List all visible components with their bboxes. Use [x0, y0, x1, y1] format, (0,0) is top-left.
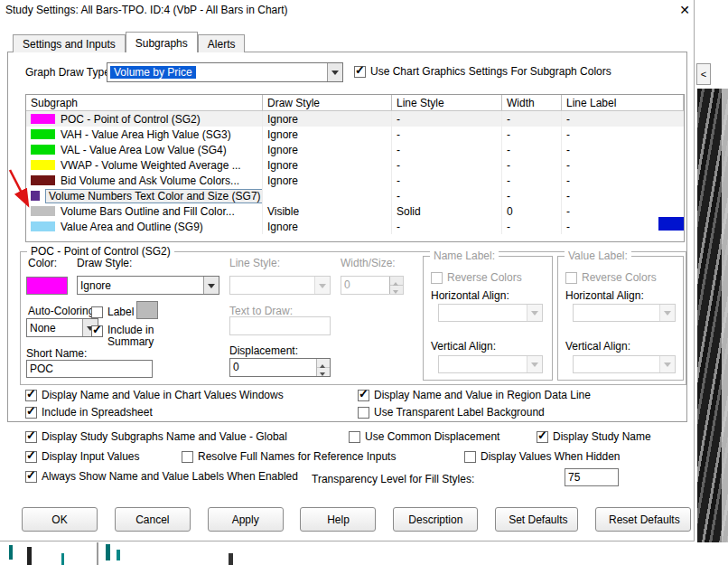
- tab-alerts[interactable]: Alerts: [198, 34, 246, 52]
- color-swatch-button[interactable]: [26, 277, 68, 295]
- spin-up-icon[interactable]: [317, 359, 330, 368]
- cancel-button[interactable]: Cancel: [115, 507, 191, 532]
- checkbox-label: Always Show Name and Value Labels When E…: [42, 470, 298, 484]
- col-width[interactable]: Width: [502, 95, 562, 110]
- table-row[interactable]: Value Area and Outline (SG9) Ignore - - …: [26, 219, 684, 234]
- transparency-level-input[interactable]: [565, 468, 619, 486]
- checkbox-label: Display Input Values: [42, 450, 140, 464]
- checkbox-box[interactable]: [537, 431, 548, 443]
- tab-subgraphs[interactable]: Subgraphs: [126, 32, 198, 52]
- reset-defaults-button[interactable]: Reset Defaults: [595, 507, 691, 532]
- value-horizontal-align-select[interactable]: [573, 304, 676, 322]
- checkbox-box[interactable]: [358, 407, 369, 419]
- row-color-swatch[interactable]: [31, 221, 55, 231]
- checkbox-label: Label: [107, 306, 134, 319]
- close-icon[interactable]: ✕: [676, 1, 694, 19]
- help-button[interactable]: Help: [300, 507, 376, 532]
- col-subgraph[interactable]: Subgraph: [26, 95, 263, 110]
- text-to-draw-input[interactable]: [229, 316, 331, 335]
- chevron-down-icon: [659, 356, 675, 372]
- table-row[interactable]: VAL - Value Area Low Value (SG4) Ignore …: [26, 142, 684, 157]
- spin-down-icon[interactable]: [317, 368, 330, 376]
- name-reverse-colors-checkbox[interactable]: Reverse Colors: [431, 271, 522, 285]
- table-row[interactable]: POC - Point of Control (SG2) Ignore - - …: [26, 111, 684, 127]
- display-study-name-checkbox[interactable]: Display Study Name: [537, 430, 651, 444]
- set-defaults-button[interactable]: Set Defaults: [495, 507, 578, 532]
- checkbox-box[interactable]: [25, 451, 37, 463]
- checkbox-box[interactable]: [25, 471, 37, 483]
- line-style-select[interactable]: [229, 276, 331, 295]
- row-color-swatch[interactable]: [31, 114, 55, 124]
- panel-collapse-button[interactable]: <: [696, 63, 711, 85]
- checkbox-label: Use Common Displacement: [365, 430, 499, 444]
- row-draw-style: Ignore: [263, 219, 392, 234]
- auto-coloring-value: None: [27, 319, 82, 336]
- display-chart-values-checkbox[interactable]: Display Name and Value in Chart Values W…: [25, 389, 284, 402]
- use-common-displacement-checkbox[interactable]: Use Common Displacement: [349, 430, 499, 444]
- value-vertical-align-select[interactable]: [573, 355, 676, 373]
- display-subgraphs-global-checkbox[interactable]: Display Study Subgraphs Name and Value -…: [25, 430, 287, 444]
- col-line-label[interactable]: Line Label: [562, 95, 684, 110]
- value-reverse-colors-checkbox[interactable]: Reverse Colors: [565, 271, 657, 285]
- table-row-selected[interactable]: Volume Numbers Text Color and Size (SG7)…: [26, 188, 684, 203]
- checkbox-box[interactable]: [464, 451, 476, 463]
- graph-draw-type-select[interactable]: Volume by Price: [107, 62, 343, 82]
- row-draw-style: Visible: [263, 203, 392, 219]
- include-in-spreadsheet-checkbox[interactable]: Include in Spreadsheet: [25, 406, 153, 419]
- description-button[interactable]: Description: [393, 507, 478, 532]
- ok-button[interactable]: OK: [22, 507, 98, 532]
- use-chart-graphics-checkbox[interactable]: Use Chart Graphics Settings For Subgraph…: [354, 65, 611, 79]
- spin-up-icon: [390, 277, 403, 286]
- checkbox-box[interactable]: [25, 390, 37, 401]
- apply-button[interactable]: Apply: [208, 507, 284, 532]
- table-row[interactable]: VWAP - Volume Weighted Average ... Ignor…: [26, 157, 684, 173]
- display-input-values-checkbox[interactable]: Display Input Values: [25, 450, 140, 464]
- row-name: Bid Volume and Ask Volume Colors...: [61, 174, 239, 187]
- subgraph-table[interactable]: Subgraph Draw Style Line Style Width Lin…: [25, 94, 685, 242]
- draw-style-select[interactable]: Ignore: [77, 276, 219, 295]
- col-line-style[interactable]: Line Style: [392, 95, 502, 110]
- width-size-value: 0: [341, 277, 389, 294]
- use-transparent-label-background-checkbox[interactable]: Use Transparent Label Background: [358, 406, 545, 419]
- graph-draw-type-label: Graph Draw Type:: [25, 66, 113, 79]
- checkbox-box[interactable]: [25, 407, 37, 419]
- row-width: -: [502, 157, 562, 173]
- row-color-swatch-secondary[interactable]: [658, 217, 685, 231]
- chevron-down-icon[interactable]: [327, 63, 342, 81]
- table-row[interactable]: Volume Bars Outline and Fill Color... Vi…: [26, 203, 684, 219]
- table-row[interactable]: Bid Volume and Ask Volume Colors... Igno…: [26, 173, 684, 188]
- row-color-swatch[interactable]: [31, 145, 55, 155]
- spin-down-icon: [390, 286, 403, 294]
- chevron-down-icon: [314, 277, 330, 294]
- checkbox-box[interactable]: [91, 306, 103, 318]
- row-line-style: -: [392, 188, 502, 203]
- short-name-input[interactable]: [26, 360, 153, 378]
- checkbox-box[interactable]: [358, 390, 369, 401]
- checkbox-box[interactable]: [354, 66, 366, 78]
- label-checkbox[interactable]: Label: [91, 306, 134, 319]
- always-show-labels-checkbox[interactable]: Always Show Name and Value Labels When E…: [25, 470, 298, 484]
- name-horizontal-align-select[interactable]: [438, 304, 543, 322]
- display-values-when-hidden-checkbox[interactable]: Display Values When Hidden: [464, 450, 621, 464]
- checkbox-box[interactable]: [25, 431, 37, 443]
- name-vertical-align-select[interactable]: [438, 355, 543, 373]
- table-row[interactable]: VAH - Value Area High Value (SG3) Ignore…: [26, 127, 684, 142]
- row-color-swatch[interactable]: [31, 129, 55, 139]
- checkbox-box[interactable]: [349, 431, 360, 443]
- checkbox-box[interactable]: [182, 451, 193, 463]
- name-label-group-title: Name Label:: [430, 250, 499, 262]
- displacement-stepper[interactable]: 0: [229, 358, 331, 377]
- chevron-down-icon[interactable]: [203, 277, 219, 294]
- include-in-summary-checkbox[interactable]: Include in Summary: [91, 325, 165, 348]
- row-name: Volume Numbers Text Color and Size (SG7): [45, 189, 263, 203]
- tab-settings-and-inputs[interactable]: Settings and Inputs: [13, 34, 126, 52]
- resolve-full-names-checkbox[interactable]: Resolve Full Names for Reference Inputs: [182, 450, 396, 464]
- checkbox-box[interactable]: [91, 325, 103, 337]
- row-line-style: -: [392, 173, 502, 188]
- chevron-down-icon: [527, 356, 542, 372]
- col-draw-style[interactable]: Draw Style: [263, 95, 392, 110]
- auto-coloring-select[interactable]: None: [26, 318, 98, 337]
- width-size-stepper[interactable]: 0: [341, 276, 404, 295]
- label-color-swatch-button[interactable]: [136, 301, 158, 319]
- display-region-data-line-checkbox[interactable]: Display Name and Value in Region Data Li…: [358, 389, 591, 402]
